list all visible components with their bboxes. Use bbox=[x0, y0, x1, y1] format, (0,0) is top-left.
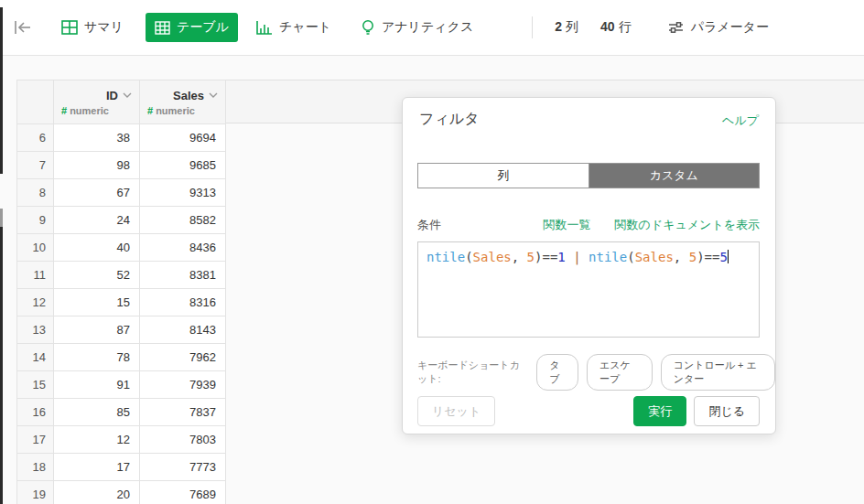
shortcut-label: キーボードショートカット: bbox=[417, 359, 524, 386]
column-count: 2列 bbox=[555, 19, 578, 36]
filter-dialog: フィルタ ヘルプ 列 カスタム 条件 関数一覧 関数のドキュメントを表示 nti… bbox=[402, 97, 776, 434]
tab-table[interactable]: テーブル bbox=[146, 13, 238, 42]
left-pane-edge[interactable] bbox=[0, 227, 3, 504]
column-name: ID bbox=[106, 89, 118, 102]
column-header-id[interactable]: ID #numeric bbox=[54, 80, 140, 124]
help-link[interactable]: ヘルプ bbox=[722, 113, 759, 129]
tab-column-filter[interactable]: 列 bbox=[418, 164, 589, 188]
numeric-type-icon: # bbox=[147, 105, 153, 116]
table-row[interactable]: 15917939 bbox=[17, 371, 226, 399]
data-cell: 9313 bbox=[140, 179, 226, 207]
table-row[interactable]: 9248582 bbox=[17, 207, 226, 234]
code-token: 5 bbox=[719, 250, 727, 264]
chevron-down-icon[interactable] bbox=[123, 92, 132, 98]
condition-label: 条件 bbox=[417, 217, 441, 233]
condition-code-editor[interactable]: ntile(Sales, 5)==1 | ntile(Sales, 5)==5 bbox=[417, 241, 760, 338]
table-row[interactable]: 8679313 bbox=[17, 179, 226, 207]
left-pane-edge-handle[interactable] bbox=[0, 209, 3, 227]
data-cell: 8582 bbox=[140, 207, 226, 234]
row-number-cell: 15 bbox=[17, 371, 54, 399]
data-cell: 7689 bbox=[140, 481, 226, 504]
tab-chart[interactable]: チャート bbox=[247, 13, 340, 42]
chart-bars-icon bbox=[256, 20, 273, 35]
column-type: #numeric bbox=[61, 105, 132, 116]
data-cell: 67 bbox=[54, 179, 140, 207]
row-number-cell: 10 bbox=[17, 234, 54, 262]
table-row[interactable]: 14787962 bbox=[17, 344, 226, 371]
tab-chart-label: チャート bbox=[279, 19, 331, 36]
table-row[interactable]: 7989685 bbox=[17, 152, 226, 179]
table-row[interactable]: 17127803 bbox=[17, 426, 226, 454]
column-header-sales[interactable]: Sales #numeric bbox=[140, 80, 226, 124]
keyboard-shortcut-row: キーボードショートカット: タブエスケープコントロール + エンター bbox=[417, 354, 775, 391]
data-cell: 20 bbox=[54, 481, 140, 504]
code-token: ) bbox=[697, 250, 704, 264]
code-token: == bbox=[705, 250, 720, 264]
table-row[interactable]: 16857837 bbox=[17, 399, 226, 426]
function-list-link[interactable]: 関数一覧 bbox=[544, 217, 591, 233]
data-cell: 8436 bbox=[140, 234, 226, 262]
column-count-unit: 列 bbox=[566, 19, 578, 34]
table-row[interactable]: 10408436 bbox=[17, 234, 226, 262]
chevron-down-icon[interactable] bbox=[209, 92, 218, 98]
table-header-row: ID #numeric Sales bbox=[17, 80, 226, 124]
code-token: , bbox=[512, 250, 527, 264]
data-cell: 15 bbox=[54, 289, 140, 316]
data-cell: 78 bbox=[54, 344, 140, 371]
code-token: ( bbox=[627, 250, 634, 264]
column-count-value: 2 bbox=[555, 19, 562, 34]
code-token: ( bbox=[465, 250, 472, 264]
code-token: ntile bbox=[589, 250, 627, 264]
data-cell: 8316 bbox=[140, 289, 226, 316]
row-number-cell: 14 bbox=[17, 344, 54, 371]
table-row[interactable]: 19207689 bbox=[17, 481, 226, 504]
data-cell: 17 bbox=[54, 454, 140, 481]
data-cell: 7837 bbox=[140, 399, 226, 426]
row-number-cell: 18 bbox=[17, 454, 54, 481]
table-row[interactable]: 13878143 bbox=[17, 316, 226, 344]
tab-summary[interactable]: サマリ bbox=[52, 13, 133, 42]
dialog-footer: リセット 実行 閉じる bbox=[417, 396, 760, 426]
function-doc-link[interactable]: 関数のドキュメントを表示 bbox=[615, 217, 760, 233]
data-cell: 52 bbox=[54, 262, 140, 289]
data-cell: 87 bbox=[54, 316, 140, 344]
tab-custom-filter[interactable]: カスタム bbox=[589, 164, 760, 188]
toolbar: サマリ テーブル チャート bbox=[0, 0, 864, 56]
run-button[interactable]: 実行 bbox=[633, 396, 686, 426]
code-token: == bbox=[542, 250, 557, 264]
row-count: 40行 bbox=[600, 19, 632, 36]
code-token: ntile bbox=[427, 250, 465, 264]
collapse-left-button[interactable] bbox=[13, 17, 33, 38]
table-row[interactable]: 18177773 bbox=[17, 454, 226, 481]
data-cell: 7803 bbox=[140, 426, 226, 454]
left-pane-edge[interactable] bbox=[0, 7, 3, 174]
collapse-left-icon bbox=[14, 20, 32, 35]
table-row[interactable]: 6389694 bbox=[17, 124, 226, 152]
row-number-cell: 19 bbox=[17, 481, 54, 504]
data-cell: 8381 bbox=[140, 262, 226, 289]
row-number-header bbox=[17, 80, 54, 124]
summary-grid-icon bbox=[61, 20, 78, 35]
table-row[interactable]: 11528381 bbox=[17, 262, 226, 289]
sliders-icon bbox=[668, 21, 684, 34]
text-cursor bbox=[728, 250, 729, 263]
data-cell: 91 bbox=[54, 371, 140, 399]
table-grid-icon bbox=[155, 21, 170, 35]
data-cell: 9685 bbox=[140, 152, 226, 179]
parameters-button[interactable]: パラメーター bbox=[668, 19, 769, 36]
row-count-unit: 行 bbox=[619, 19, 632, 34]
row-number-cell: 8 bbox=[17, 179, 54, 207]
tab-analytics[interactable]: アナリティクス bbox=[351, 13, 482, 42]
parameters-label: パラメーター bbox=[691, 19, 769, 36]
row-number-cell: 13 bbox=[17, 316, 54, 344]
filter-mode-toggle: 列 カスタム bbox=[417, 163, 760, 188]
data-cell: 85 bbox=[54, 399, 140, 426]
code-token: Sales bbox=[635, 250, 674, 264]
tab-summary-label: サマリ bbox=[84, 19, 124, 36]
close-button[interactable]: 閉じる bbox=[694, 396, 760, 426]
reset-button[interactable]: リセット bbox=[417, 396, 495, 426]
lightbulb-icon bbox=[361, 19, 375, 36]
table-row[interactable]: 12158316 bbox=[17, 289, 226, 316]
code-token: 5 bbox=[527, 250, 535, 264]
app-window: サマリ テーブル チャート bbox=[0, 0, 864, 504]
